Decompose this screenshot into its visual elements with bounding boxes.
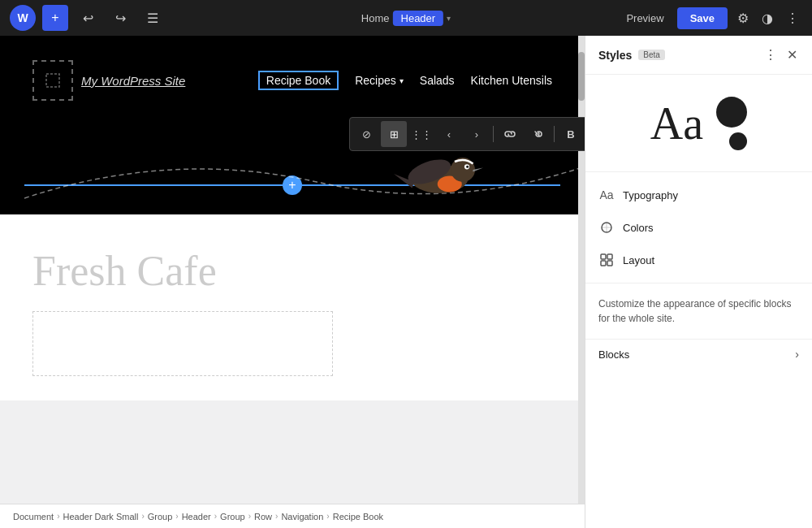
main-layout: My WordPress Site Recipe Book Recipes ▾ … [0, 36, 812, 528]
sidebar-menu-item-colors[interactable]: Colors [585, 211, 812, 244]
nav-chevron-icon[interactable]: ▾ [447, 14, 451, 23]
add-block-button[interactable]: + [42, 5, 68, 31]
scrollbar-thumb [578, 52, 585, 101]
toolbar-divider-2 [554, 126, 555, 142]
toolbar-divider-1 [493, 126, 494, 142]
status-sep-6: › [275, 512, 278, 521]
status-sep-4: › [214, 512, 217, 521]
content-section: Fresh Cafe [0, 214, 585, 400]
nav-home-link[interactable]: Home [361, 12, 390, 24]
editor-scrollbar[interactable] [578, 36, 585, 528]
sidebar-description: Customize the appearance of specific blo… [585, 283, 812, 339]
status-sep-7: › [326, 512, 329, 521]
canvas: My WordPress Site Recipe Book Recipes ▾ … [0, 36, 585, 528]
status-crumb-recipe-book: Recipe Book [333, 512, 383, 522]
status-crumb-group-2[interactable]: Group [220, 512, 245, 522]
svg-point-6 [466, 166, 469, 168]
redo-button[interactable]: ↪ [107, 5, 133, 31]
status-bar: Document › Header Dark Small › Group › H… [0, 504, 585, 528]
top-bar: W + ↩ ↪ ☰ Home Header ▾ Preview Save ⚙ ◑… [0, 0, 812, 36]
toolbar-prev-button[interactable]: ‹ [436, 121, 462, 147]
svg-rect-7 [601, 254, 606, 259]
header-section: My WordPress Site Recipe Book Recipes ▾ … [0, 36, 585, 214]
svg-rect-8 [607, 254, 612, 259]
sidebar-menu: Aa Typography Colors Layout [585, 172, 812, 283]
undo-button[interactable]: ↩ [75, 5, 101, 31]
typography-label: Typography [623, 189, 678, 201]
svg-rect-9 [601, 261, 606, 266]
typography-icon: Aa [598, 187, 615, 203]
block-toolbar: ⊘ ⊞ ⋮⋮ ‹ › B I ▾ [349, 117, 585, 151]
theme-toggle-icon[interactable]: ◑ [758, 7, 776, 29]
site-logo-area: My WordPress Site [32, 60, 185, 101]
sidebar-more-button[interactable]: ⋮ [762, 45, 779, 64]
toolbar-link-button[interactable] [497, 121, 523, 147]
toolbar-unlink-button[interactable] [525, 121, 551, 147]
status-crumb-document[interactable]: Document [13, 512, 54, 522]
colors-icon [598, 219, 615, 236]
sidebar-menu-item-layout[interactable]: Layout [585, 244, 812, 276]
recipes-chevron-icon: ▾ [400, 76, 404, 85]
preview-dot-small [729, 132, 747, 150]
toolbar-next-button[interactable]: › [464, 121, 490, 147]
toolbar-drag-button[interactable]: ⊘ [353, 121, 379, 147]
save-button[interactable]: Save [677, 7, 728, 29]
sidebar: Styles Beta ⋮ ✕ Aa Aa Typography [585, 36, 812, 528]
status-sep-5: › [248, 512, 251, 521]
blocks-label: Blocks [598, 348, 629, 361]
status-crumb-header-dark-small[interactable]: Header Dark Small [63, 512, 138, 522]
styles-preview[interactable]: Aa [585, 75, 812, 172]
svg-rect-0 [46, 74, 59, 87]
content-placeholder[interactable] [32, 311, 333, 376]
status-crumb-header[interactable]: Header [182, 512, 211, 522]
top-bar-right: Preview Save ⚙ ◑ ⋮ [620, 7, 802, 29]
status-sep-3: › [175, 512, 178, 521]
settings-icon[interactable]: ⚙ [734, 7, 752, 29]
toolbar-list-view-button[interactable]: ⊞ [381, 121, 407, 147]
site-title[interactable]: My WordPress Site [81, 74, 185, 88]
svg-point-4 [451, 158, 475, 182]
site-header-row: My WordPress Site Recipe Book Recipes ▾ … [32, 60, 552, 101]
preview-aa-text: Aa [650, 101, 703, 146]
nav-header-link[interactable]: Header [393, 11, 444, 26]
sidebar-header: Styles Beta ⋮ ✕ [585, 36, 812, 75]
status-sep-2: › [141, 512, 144, 521]
blocks-row[interactable]: Blocks › [585, 339, 812, 369]
preview-dot-large [716, 97, 747, 128]
sidebar-close-button[interactable]: ✕ [785, 45, 799, 64]
status-sep-1: › [57, 512, 59, 521]
sidebar-header-left: Styles Beta [598, 49, 665, 62]
status-crumb-navigation[interactable]: Navigation [281, 512, 323, 522]
preview-dots [716, 97, 747, 150]
breadcrumb-nav: Home Header ▾ [361, 11, 451, 26]
toolbar-bold-button[interactable]: B [558, 121, 584, 147]
blocks-chevron-icon: › [795, 348, 799, 361]
list-view-button[interactable]: ☰ [140, 5, 166, 31]
more-options-icon[interactable]: ⋮ [783, 7, 802, 29]
nav-item-salads[interactable]: Salads [420, 74, 455, 87]
sidebar-header-icons: ⋮ ✕ [762, 45, 799, 64]
nav-item-recipe-book[interactable]: Recipe Book [258, 71, 339, 90]
editor-area: My WordPress Site Recipe Book Recipes ▾ … [0, 36, 585, 528]
preview-button[interactable]: Preview [620, 9, 670, 28]
logo-placeholder[interactable] [32, 60, 73, 101]
sidebar-menu-item-typography[interactable]: Aa Typography [585, 179, 812, 211]
layout-label: Layout [623, 254, 654, 266]
nav-menu: Recipe Book Recipes ▾ Salads Kitchen Ute… [258, 71, 552, 90]
status-crumb-row[interactable]: Row [254, 512, 272, 522]
layout-icon [598, 252, 615, 268]
beta-badge: Beta [638, 50, 665, 60]
styles-label: Styles [598, 49, 632, 62]
page-title[interactable]: Fresh Cafe [32, 247, 552, 295]
colors-label: Colors [623, 222, 654, 234]
toolbar-move-button[interactable]: ⋮⋮ [408, 121, 434, 147]
svg-rect-10 [607, 261, 612, 266]
status-crumb-group-1[interactable]: Group [148, 512, 173, 522]
nav-item-recipes[interactable]: Recipes ▾ [355, 74, 404, 87]
nav-item-kitchen-utensils[interactable]: Kitchen Utensils [471, 74, 552, 87]
wp-logo[interactable]: W [10, 5, 36, 31]
